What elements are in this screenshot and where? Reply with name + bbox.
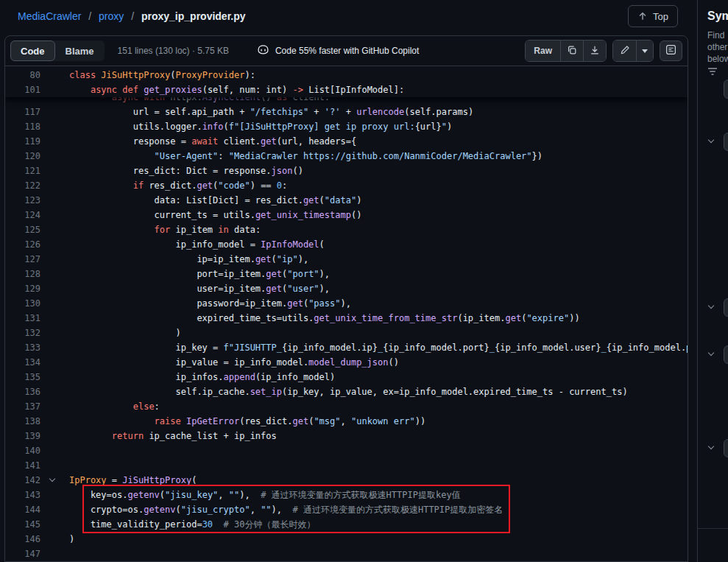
line-number[interactable]: 134 (5, 355, 40, 370)
breadcrumb-folder-link[interactable]: proxy (99, 10, 124, 22)
line-number[interactable]: 138 (5, 414, 40, 429)
line-number[interactable]: 140 (5, 443, 40, 458)
line-number[interactable]: 146 (5, 532, 40, 547)
tab-code[interactable]: Code (10, 41, 55, 61)
cut-off-panel-button[interactable] (724, 298, 728, 317)
line-number[interactable]: 123 (5, 193, 40, 208)
line-number[interactable]: 101 (5, 82, 40, 97)
line-number[interactable] (5, 97, 40, 105)
line-number[interactable]: 137 (5, 399, 40, 414)
code-line: 137 else: (5, 399, 688, 414)
line-number[interactable]: 130 (5, 296, 40, 311)
arrow-up-icon (637, 11, 648, 21)
breadcrumb-repo-link[interactable]: MediaCrawler (18, 10, 81, 22)
filter-icon (707, 69, 718, 80)
symbols-panel-toggle-button[interactable] (660, 41, 682, 61)
line-number[interactable]: 136 (5, 384, 40, 399)
line-number[interactable]: 117 (5, 105, 40, 119)
code-line: 140 (5, 443, 688, 458)
raw-actions-group: Raw (525, 40, 607, 62)
cut-off-panel-button[interactable] (724, 133, 728, 151)
line-number[interactable]: 129 (5, 281, 40, 296)
code-line: 130 password=ip_item.get("pass"), (5, 296, 688, 311)
line-number[interactable]: 141 (5, 458, 40, 473)
code-text: data: List[Dict] = res_dict.get("data") (40, 193, 688, 208)
line-number[interactable]: 124 (5, 208, 40, 222)
code-text: response = await client.get(url, headers… (40, 134, 688, 149)
code-text: for ip_item in data: (40, 222, 688, 237)
copilot-banner: Code 55% faster with GitHub Copilot (257, 43, 419, 58)
line-number[interactable]: 135 (5, 370, 40, 384)
raw-button[interactable]: Raw (526, 41, 560, 61)
cut-off-panel-button[interactable] (724, 345, 728, 364)
line-number[interactable]: 131 (5, 311, 40, 326)
code-text: res_dict: Dict = response.json() (40, 164, 688, 178)
code-text: ip_infos.append(ip_info_model) (40, 370, 688, 384)
copy-raw-button[interactable] (560, 41, 583, 61)
fold-chevron-icon[interactable] (50, 477, 54, 481)
code-line: 139 return ip_cache_list + ip_infos (5, 429, 688, 443)
line-number[interactable]: 132 (5, 326, 40, 340)
code-line: 127 ip=ip_item.get("ip"), (5, 252, 688, 267)
copilot-icon (257, 43, 269, 58)
back-to-top-button[interactable]: Top (628, 5, 678, 27)
code-text: user=ip_item.get("user"), (40, 281, 688, 296)
symbol-group-chevron-icon[interactable] (709, 303, 713, 308)
code-lines: 117 url = self.api_path + "/fetchips" + … (5, 105, 688, 561)
filter-button[interactable] (707, 66, 718, 80)
symbols-panel-description-line: Find (707, 29, 728, 41)
line-number[interactable]: 147 (5, 547, 40, 561)
symbols-panel-description-line: other (707, 41, 728, 53)
line-number[interactable]: 145 (5, 517, 40, 532)
file-header: Code Blame 151 lines (130 loc) · 5.75 KB… (5, 36, 688, 66)
download-raw-button[interactable] (583, 41, 606, 61)
back-to-top-label: Top (653, 11, 668, 22)
line-number[interactable]: 121 (5, 164, 40, 178)
line-number[interactable]: 142 (5, 473, 40, 488)
partial-line-clip: async with httpx.AsyncClient() as client… (5, 97, 688, 105)
edit-dropdown-button[interactable] (636, 41, 653, 61)
cut-off-panel-button[interactable] (724, 80, 728, 99)
code-line-partial: async with httpx.AsyncClient() as client… (5, 97, 688, 105)
code-line: 122 if res_dict.get("code") == 0: (5, 178, 688, 193)
sticky-lines: 80class JiSuHttpProxy(ProxyProvider):101… (5, 66, 688, 97)
line-number[interactable]: 139 (5, 429, 40, 443)
code-area: 80class JiSuHttpProxy(ProxyProvider):101… (5, 66, 688, 561)
code-text: ip_key = f"JISUHTTP_{ip_info_model.ip}_{… (40, 340, 688, 355)
chevron-down-icon (708, 137, 714, 143)
line-number[interactable]: 143 (5, 488, 40, 502)
line-number[interactable]: 119 (5, 134, 40, 149)
breadcrumb-bar: MediaCrawler / proxy / proxy_ip_provider… (0, 0, 697, 32)
symbol-group-chevron-icon[interactable] (709, 138, 713, 142)
cut-off-panel-button[interactable] (724, 439, 728, 457)
line-number[interactable]: 118 (5, 119, 40, 134)
line-number[interactable]: 120 (5, 149, 40, 164)
code-text: ip=ip_item.get("ip"), (40, 252, 688, 267)
code-blame-toggle: Code Blame (10, 41, 105, 61)
code-line: 118 utils.logger.info(f"[JiSuHttpProxy] … (5, 119, 688, 134)
line-number[interactable]: 127 (5, 252, 40, 267)
code-line: 120 "User-Agent": "MediaCrawler https://… (5, 149, 688, 164)
edit-file-button[interactable] (613, 41, 636, 61)
line-number[interactable]: 128 (5, 267, 40, 281)
line-number[interactable]: 80 (5, 68, 40, 82)
symbol-group-chevron-icon[interactable] (709, 444, 713, 449)
line-number[interactable]: 122 (5, 178, 40, 193)
code-text: async with httpx.AsyncClient() as client… (40, 97, 688, 105)
tab-blame[interactable]: Blame (55, 41, 105, 61)
code-line: 129 user=ip_item.get("user"), (5, 281, 688, 296)
line-number[interactable]: 133 (5, 340, 40, 355)
symbol-group-chevron-icon[interactable] (709, 351, 713, 355)
code-line: 141 (5, 458, 688, 473)
code-text (40, 458, 688, 473)
code-text: ) (40, 532, 688, 547)
chevron-down-icon (708, 303, 714, 309)
code-text: key=os.getenv("jisu_key", ""), # 通过环境变量的… (40, 488, 688, 502)
chevron-down-icon (642, 49, 648, 53)
copilot-text: Code 55% faster with GitHub Copilot (275, 46, 419, 56)
line-number[interactable]: 125 (5, 222, 40, 237)
line-number[interactable]: 126 (5, 237, 40, 252)
code-text: time_validity_period=30 # 30分钟（最长时效） (40, 517, 688, 532)
line-number[interactable]: 144 (5, 502, 40, 517)
code-line: 124 current_ts = utils.get_unix_timestam… (5, 208, 688, 222)
